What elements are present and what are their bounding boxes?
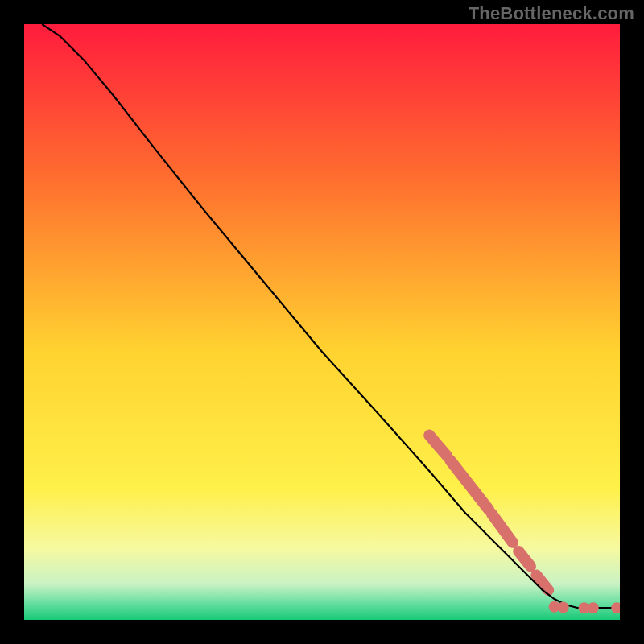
dot bbox=[558, 601, 569, 613]
chart-svg bbox=[24, 24, 620, 620]
watermark-text: TheBottleneck.com bbox=[469, 3, 634, 24]
chart-frame: TheBottleneck.com bbox=[0, 0, 644, 644]
plot-area bbox=[24, 24, 620, 620]
dot bbox=[588, 602, 599, 613]
gradient-background bbox=[24, 24, 620, 620]
